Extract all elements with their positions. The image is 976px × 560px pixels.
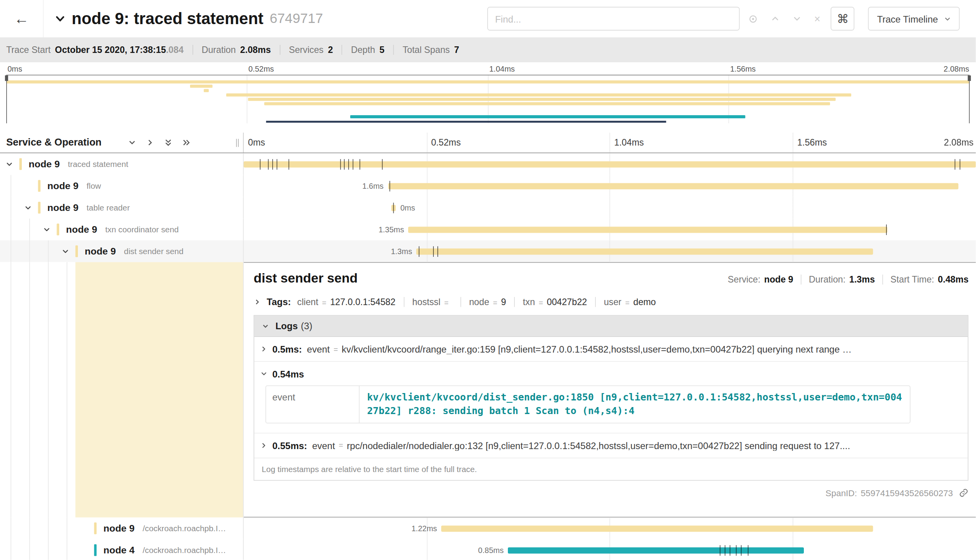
minimap-span-bar [190, 85, 213, 88]
back-button[interactable]: ← [0, 0, 44, 37]
collapse-span-icon[interactable] [62, 248, 69, 255]
equals-sign: = [333, 345, 338, 353]
span-row[interactable]: node 4/cockroach.roachpb.I…0.85ms [0, 539, 976, 560]
span-bar[interactable] [244, 161, 976, 167]
service-operation-column-header: Service & Operation [0, 133, 244, 153]
column-resizer[interactable] [236, 139, 238, 147]
span-bar[interactable] [409, 226, 888, 233]
clear-find-icon[interactable]: × [814, 13, 820, 24]
span-bar[interactable] [441, 525, 873, 532]
log-entry-header[interactable]: 0.54ms [261, 369, 960, 379]
link-icon[interactable] [959, 488, 969, 498]
collapse-span-icon[interactable] [43, 226, 50, 233]
chevron-down-icon [944, 15, 951, 22]
log-entry: 0.55ms:event=rpc/nodedialer/nodedialer.g… [254, 434, 968, 458]
collapse-one-icon[interactable] [128, 138, 136, 147]
find-input[interactable] [487, 7, 739, 31]
span-bar[interactable] [391, 205, 396, 211]
log-fields-table: eventkv/kvclient/kvcoord/dist_sender.go:… [266, 385, 910, 423]
collapse-span-icon[interactable] [24, 204, 32, 211]
log-marker [277, 159, 277, 169]
prev-match-icon[interactable] [770, 14, 779, 23]
expand-tags-icon[interactable] [254, 298, 261, 305]
equals-sign: = [339, 441, 343, 450]
span-row-timeline[interactable] [244, 153, 976, 175]
span-row-timeline[interactable]: 1.35ms [244, 219, 976, 241]
span-row-left[interactable]: node 9dist sender send [0, 241, 244, 262]
span-bar[interactable] [416, 248, 872, 255]
span-row[interactable]: node 9txn coordinator send1.35ms [0, 219, 976, 241]
log-marker [359, 159, 360, 169]
tags-row[interactable]: Tags: client=127.0.0.1:54582hostssl=node… [254, 297, 969, 307]
span-detail-header: dist sender send Service:node 9Duration:… [254, 271, 969, 286]
span-row-left[interactable]: node 9txn coordinator send [0, 219, 244, 241]
span-row[interactable]: node 9flow1.6ms [0, 175, 976, 197]
log-marker [393, 202, 394, 213]
service-color-bar [94, 522, 97, 534]
span-id-label: SpanID: [826, 488, 857, 498]
span-rows-bottom: node 9/cockroach.roachpb.I…1.22msnode 4/… [0, 518, 976, 560]
span-row[interactable]: node 9traced statement [0, 153, 976, 175]
tag-key: txn [523, 297, 535, 307]
span-row-left[interactable]: node 9table reader [0, 197, 244, 219]
expand-all-icon[interactable] [182, 138, 190, 147]
span-row-left[interactable]: node 9flow [0, 175, 244, 197]
span-row[interactable]: node 9/cockroach.roachpb.I…1.22ms [0, 518, 976, 539]
span-meta-label: Duration: [809, 275, 846, 285]
span-meta-item: Duration:1.3ms [801, 275, 883, 285]
span-meta-value: 1.3ms [849, 275, 875, 285]
minimap-canvas[interactable] [6, 75, 970, 123]
span-rows-top: node 9traced statementnode 9flow1.6msnod… [0, 153, 976, 262]
log-timestamp: 0.55ms: [272, 440, 307, 451]
range-handle-left[interactable] [6, 75, 7, 123]
log-entry-header[interactable]: 0.55ms:event=rpc/nodedialer/nodedialer.g… [261, 440, 960, 451]
log-marker [344, 159, 345, 169]
span-row[interactable]: node 9table reader0ms [0, 197, 976, 219]
trace-view: ← node 9: traced statement 6749717 × ⌘ T… [0, 0, 976, 560]
span-row-timeline[interactable]: 1.22ms [244, 518, 976, 539]
summary-item-value: 5 [379, 45, 384, 55]
span-row-timeline[interactable]: 0.85ms [244, 539, 976, 560]
tag-item: txn=00427b22 [514, 297, 595, 307]
log-marker [419, 246, 419, 256]
indent-guide [29, 518, 30, 539]
log-entry-header[interactable]: 0.5ms:event=kv/kvclient/kvcoord/range_it… [261, 344, 960, 354]
time-tick-label: 1.56ms [793, 138, 827, 148]
operation-name: /cockroach.roachpb.I… [143, 524, 226, 533]
indent-guide [48, 241, 49, 262]
span-bar[interactable] [388, 183, 958, 189]
span-row-left[interactable]: node 9traced statement [0, 153, 244, 175]
collapse-logs-icon [262, 322, 269, 330]
span-row-timeline[interactable]: 1.6ms [244, 175, 976, 197]
expand-log-icon [261, 442, 268, 449]
summary-item-label: Duration [202, 45, 236, 55]
expand-one-icon[interactable] [146, 138, 154, 147]
span-row-left[interactable]: node 4/cockroach.roachpb.I… [0, 539, 244, 560]
range-handle-right[interactable] [969, 75, 970, 123]
span-row[interactable]: node 9dist sender send1.3ms [0, 241, 976, 262]
timeline-header: Service & Operation 0ms0.52ms1.04ms1.56m… [0, 133, 976, 153]
span-meta-label: Service: [728, 275, 761, 285]
trace-collapse-chevron-icon[interactable] [55, 13, 65, 24]
match-scope-icon[interactable] [748, 14, 758, 23]
log-marker [886, 224, 887, 235]
equals-sign: = [322, 298, 326, 307]
span-bar[interactable] [508, 547, 804, 553]
equals-sign: = [444, 298, 448, 307]
span-row-timeline[interactable]: 0ms [244, 197, 976, 219]
summary-item-value: October 15 2020, 17:38:15 [55, 45, 166, 55]
next-match-icon[interactable] [792, 14, 801, 23]
keyboard-shortcuts-button[interactable]: ⌘ [831, 7, 855, 31]
minimap-scrubber[interactable] [266, 121, 666, 123]
view-dropdown[interactable]: Trace Timeline [869, 7, 960, 31]
collapse-span-icon[interactable] [5, 160, 13, 168]
span-row-left[interactable]: node 9/cockroach.roachpb.I… [0, 518, 244, 539]
logs-header[interactable]: Logs (3) [254, 316, 968, 337]
span-row-timeline[interactable]: 1.3ms [244, 241, 976, 262]
service-color-bar [76, 245, 78, 257]
collapse-all-icon[interactable] [164, 138, 173, 147]
service-color-bar [94, 544, 97, 556]
span-meta-label: Start Time: [890, 275, 934, 285]
log-marker [725, 545, 726, 555]
tag-key: user [604, 297, 621, 307]
